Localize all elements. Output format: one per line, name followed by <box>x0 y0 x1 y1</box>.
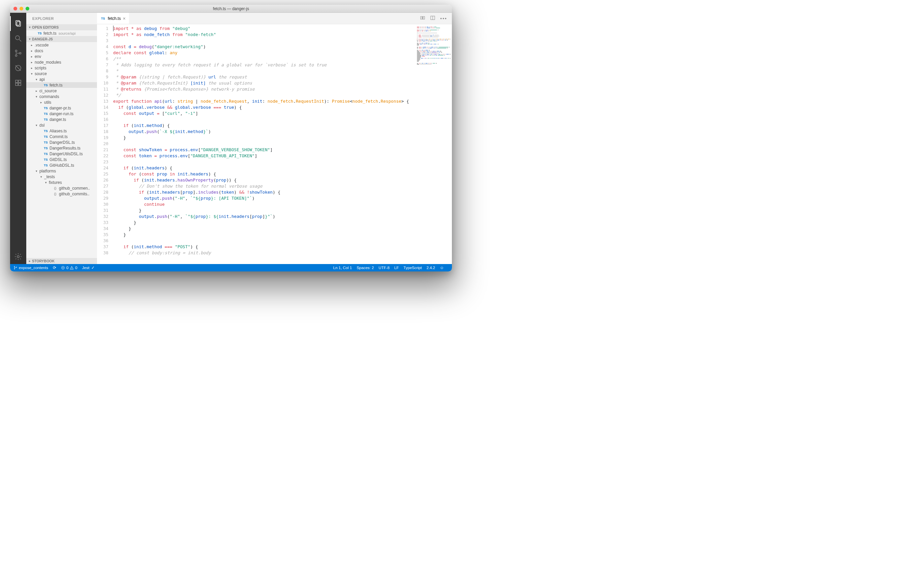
encoding[interactable]: UTF-8 <box>378 266 389 270</box>
chevron-icon: ▾ <box>35 78 38 81</box>
file-item[interactable]: {}github_commits.. <box>26 191 97 197</box>
workspace-section[interactable]: ▾DANGER-JS <box>26 36 97 42</box>
folder-item[interactable]: ▸env <box>26 54 97 59</box>
file-item[interactable]: TSDangerResults.ts <box>26 145 97 151</box>
chevron-icon: ▾ <box>35 124 38 127</box>
open-editors-section[interactable]: ▾OPEN EDITORS <box>26 24 97 30</box>
status-bar: expose_contents ⟳ 0 0 Jest: ✓ Ln 1, Col … <box>10 264 452 271</box>
minimap[interactable] <box>416 24 452 264</box>
svg-rect-11 <box>15 83 18 86</box>
svg-point-19 <box>14 269 15 269</box>
folder-item[interactable]: ▾commands <box>26 94 97 99</box>
chevron-icon: ▸ <box>39 101 43 104</box>
file-item[interactable]: {}github_commen.. <box>26 185 97 191</box>
svg-point-2 <box>15 36 20 40</box>
svg-rect-1 <box>17 21 21 26</box>
folder-item[interactable]: ▾api <box>26 76 97 82</box>
file-item[interactable]: TSCommit.ts <box>26 134 97 139</box>
chevron-icon: ▾ <box>39 175 43 178</box>
typescript-icon: TS <box>43 140 48 145</box>
explorer-icon[interactable] <box>10 16 26 31</box>
sync-icon[interactable]: ⟳ <box>53 266 56 270</box>
folder-item[interactable]: ▸utils <box>26 99 97 105</box>
folder-item[interactable]: ▸ci_source <box>26 88 97 94</box>
settings-icon[interactable] <box>10 249 26 264</box>
folder-item[interactable]: ▾_tests <box>26 174 97 180</box>
editor[interactable]: 1234567891011121314151617181920212223242… <box>97 24 452 264</box>
indentation[interactable]: Spaces: 2 <box>356 266 374 270</box>
typescript-icon: TS <box>43 117 48 122</box>
file-item[interactable]: TSdanger-pr.ts <box>26 105 97 111</box>
open-editor-item[interactable]: TSfetch.tssource/api <box>26 30 97 36</box>
explorer-title: EXPLORER <box>26 13 97 24</box>
debug-icon[interactable] <box>10 61 26 76</box>
activity-bar <box>10 13 26 264</box>
file-item[interactable]: TSdanger.ts <box>26 117 97 122</box>
folder-item[interactable]: ▾platforms <box>26 168 97 174</box>
chevron-icon: ▾ <box>44 181 48 184</box>
typescript-icon: TS <box>43 152 48 156</box>
chevron-icon: ▸ <box>30 66 34 70</box>
compare-icon[interactable] <box>420 15 425 22</box>
chevron-icon: ▸ <box>30 55 34 58</box>
typescript-icon: TS <box>43 111 48 116</box>
file-item[interactable]: TSAliases.ts <box>26 128 97 134</box>
more-icon[interactable]: ••• <box>440 16 447 21</box>
folder-item[interactable]: ▸scripts <box>26 65 97 71</box>
tab-fetch[interactable]: TS fetch.ts × <box>97 13 129 24</box>
typescript-icon: TS <box>43 146 48 150</box>
git-icon[interactable] <box>10 46 26 61</box>
explorer-panel: EXPLORER ▾OPEN EDITORS TSfetch.tssource/… <box>26 13 97 264</box>
svg-rect-9 <box>15 80 18 83</box>
folder-item[interactable]: ▾source <box>26 71 97 76</box>
version[interactable]: 2.4.2 <box>427 266 436 270</box>
search-icon[interactable] <box>10 31 26 46</box>
chevron-icon: ▸ <box>30 43 34 47</box>
file-item[interactable]: TSDangerDSL.ts <box>26 139 97 145</box>
typescript-icon: TS <box>43 106 48 111</box>
svg-point-13 <box>17 256 19 258</box>
chevron-icon: ▾ <box>30 72 34 76</box>
svg-rect-10 <box>18 80 21 83</box>
file-item[interactable]: TSDangerUtilsDSL.ts <box>26 151 97 157</box>
typescript-icon: TS <box>43 163 48 168</box>
split-icon[interactable] <box>430 15 436 22</box>
svg-point-5 <box>15 55 17 56</box>
typescript-icon: TS <box>37 31 43 36</box>
file-item[interactable]: TSGitDSL.ts <box>26 157 97 162</box>
cursor-position[interactable]: Ln 1, Col 1 <box>333 266 352 270</box>
window-title: fetch.ts — danger-js <box>10 7 452 11</box>
typescript-icon: TS <box>43 83 48 87</box>
file-item[interactable]: TSdanger-run.ts <box>26 111 97 117</box>
chevron-icon: ▸ <box>30 49 34 53</box>
language-mode[interactable]: TypeScript <box>403 266 422 270</box>
folder-item[interactable]: ▸.vscode <box>26 42 97 48</box>
problems[interactable]: 0 0 <box>61 266 78 270</box>
typescript-icon: TS <box>43 129 48 134</box>
tab-bar: TS fetch.ts × ••• <box>97 13 452 24</box>
file-item[interactable]: TSGitHubDSL.ts <box>26 162 97 168</box>
extensions-icon[interactable] <box>10 76 26 90</box>
svg-rect-0 <box>16 21 20 25</box>
svg-point-25 <box>72 269 72 269</box>
close-icon[interactable]: × <box>123 16 125 21</box>
folder-item[interactable]: ▾dsl <box>26 122 97 128</box>
code-area[interactable]: import * as debug from "debug"import * a… <box>113 24 416 264</box>
feedback-icon[interactable]: ☺ <box>440 266 444 270</box>
cursor <box>113 26 114 31</box>
gutter: 1234567891011121314151617181920212223242… <box>97 24 113 264</box>
git-branch[interactable]: expose_contents <box>13 266 48 270</box>
file-item[interactable]: TSfetch.ts <box>26 82 97 88</box>
chevron-icon: ▸ <box>30 61 34 64</box>
folder-item[interactable]: ▸docs <box>26 48 97 54</box>
folder-item[interactable]: ▸node_modules <box>26 59 97 65</box>
svg-line-3 <box>19 40 21 41</box>
storybook-section[interactable]: ▸STORYBOOK <box>26 258 97 264</box>
jest-status[interactable]: Jest: ✓ <box>82 266 95 270</box>
eol[interactable]: LF <box>394 266 399 270</box>
svg-point-6 <box>20 53 21 54</box>
folder-item[interactable]: ▾fixtures <box>26 180 97 185</box>
chevron-icon: ▸ <box>35 89 38 92</box>
svg-rect-12 <box>18 83 21 86</box>
typescript-icon: TS <box>43 134 48 139</box>
